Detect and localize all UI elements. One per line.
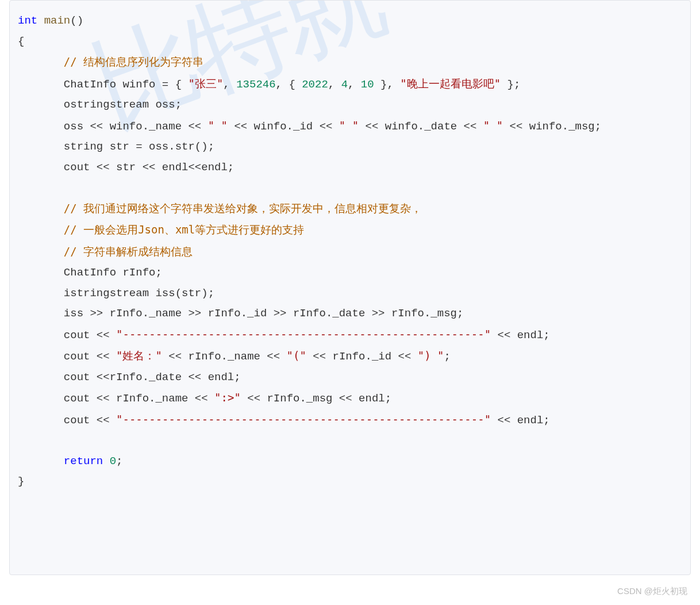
string-divider: "---------------------------------------…: [116, 413, 491, 426]
brace-open: {: [18, 35, 24, 48]
comma: , {: [276, 78, 302, 91]
comment-network: // 我们通过网络这个字符串发送给对象，实际开发中，信息相对更复杂，: [64, 202, 422, 215]
semicolon: ;: [116, 455, 122, 468]
text: << winfo._date <<: [359, 120, 483, 133]
text: cout <<: [64, 350, 116, 363]
string-divider: "---------------------------------------…: [116, 328, 491, 340]
comma: ,: [223, 78, 236, 91]
code-line: iss >> rInfo._name >> rInfo._id >> rInfo…: [64, 307, 464, 320]
text: << endl;: [491, 329, 550, 342]
comment-json: // 一般会选用Json、xml等方式进行更好的支持: [64, 223, 304, 236]
code-line: ostringstream oss;: [64, 98, 182, 111]
string-paren-close: ") ": [418, 349, 444, 362]
text: ChatInfo winfo = {: [64, 78, 189, 91]
space: [103, 455, 109, 468]
string-space: " ": [208, 119, 228, 132]
parens: (): [70, 14, 83, 27]
string-msg: "晚上一起看电影吧": [400, 77, 501, 90]
text: << winfo._id <<: [228, 120, 339, 133]
number-id: 135246: [236, 78, 275, 91]
text: << rInfo._msg << endl;: [241, 392, 391, 405]
credit-text: CSDN @炬火初现: [617, 586, 687, 597]
comma: ,: [348, 78, 361, 91]
code-line: cout <<rInfo._date << endl;: [64, 371, 241, 384]
keyword-int: int: [18, 14, 37, 27]
string-label-name: "姓名：": [116, 349, 162, 362]
text: };: [501, 78, 520, 91]
number-month: 4: [341, 78, 348, 91]
text: << endl;: [491, 414, 550, 427]
string-space: " ": [483, 119, 503, 132]
code-block: 比特就 int main() { // 结构信息序列化为字符串 ChatInfo…: [9, 0, 691, 575]
text: oss << winfo._name <<: [64, 120, 208, 133]
code-line: ChatInfo rInfo;: [64, 266, 162, 279]
number-day: 10: [361, 78, 374, 91]
comment-serialize: // 结构信息序列化为字符串: [64, 55, 203, 68]
text: cout <<: [64, 414, 116, 427]
code-content: int main() { // 结构信息序列化为字符串 ChatInfo win…: [18, 11, 682, 492]
code-line: istringstream iss(str);: [64, 287, 214, 300]
brace-close: }: [18, 475, 24, 488]
keyword-return: return: [64, 455, 103, 468]
text: ;: [444, 350, 451, 363]
string-space: " ": [339, 119, 359, 132]
text: cout << rInfo._name <<: [64, 392, 214, 405]
number-zero: 0: [110, 455, 116, 468]
string-name: "张三": [188, 77, 223, 90]
text: << rInfo._id <<: [306, 350, 418, 363]
text: << winfo._msg;: [503, 120, 601, 133]
string-prompt: ":>": [214, 391, 241, 404]
number-year: 2022: [302, 78, 328, 91]
function-main: main: [44, 14, 71, 27]
code-line: cout << str << endl<<endl;: [64, 161, 234, 174]
comma: },: [374, 78, 401, 91]
string-paren-open: "(": [287, 349, 306, 362]
code-line: string str = oss.str();: [64, 140, 214, 153]
text: << rInfo._name <<: [162, 350, 287, 363]
comment-parse: // 字符串解析成结构信息: [64, 245, 193, 258]
text: cout <<: [64, 329, 116, 342]
comma: ,: [328, 78, 341, 91]
